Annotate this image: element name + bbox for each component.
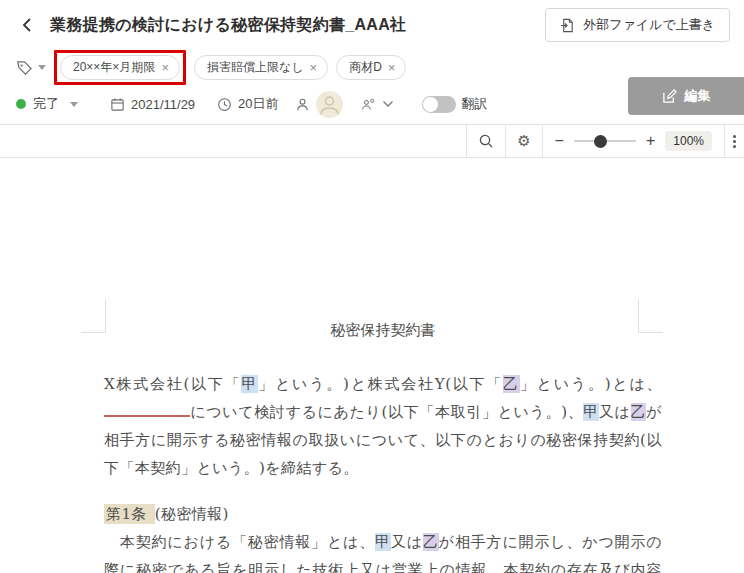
- zoom-level-badge: 100%: [665, 131, 712, 151]
- tag-expiry[interactable]: 20××年×月期限 ×: [60, 55, 180, 80]
- chevron-down-icon: [382, 100, 394, 108]
- paragraph-article-1-heading: 第1条(秘密情報): [104, 500, 662, 528]
- date-field[interactable]: 2021/11/29: [110, 97, 195, 112]
- search-button[interactable]: [467, 125, 505, 157]
- top-chrome: 業務提携の検討における秘密保持契約書_AAA社 外部ファイルで上書き 20××年…: [0, 0, 744, 158]
- members-dropdown[interactable]: [361, 97, 394, 112]
- tag-liability[interactable]: 損害賠償上限なし ×: [194, 55, 328, 80]
- avatar-person-icon: [316, 91, 343, 118]
- viewer-toolbar: ⚙ − + 100%: [0, 124, 744, 158]
- clock-icon: [217, 97, 232, 112]
- status-dot: [16, 99, 26, 109]
- back-icon[interactable]: [16, 13, 40, 37]
- text-segment: 本契約における「秘密情報」とは、: [104, 533, 375, 551]
- paragraph-article-1-body: 本契約における「秘密情報」とは、甲又は乙が相手方に開示し、かつ開示の際に秘密であ…: [104, 528, 662, 573]
- text-segment: X株式会社(以下「: [104, 375, 241, 393]
- text-segment: 」という。)と株式会社Y(以下「: [258, 375, 503, 393]
- tag-label: 損害賠償上限なし: [207, 59, 304, 76]
- highlighted-term: 乙: [503, 375, 520, 393]
- tag-product[interactable]: 商材D ×: [336, 55, 406, 80]
- calendar-icon: [110, 97, 125, 112]
- edit-button[interactable]: 編集: [628, 77, 744, 115]
- document-viewer: 秘密保持契約書 X株式会社(以下「甲」という。)と株式会社Y(以下「乙」という。…: [0, 206, 744, 573]
- document-body: 秘密保持契約書 X株式会社(以下「甲」という。)と株式会社Y(以下「乙」という。…: [0, 206, 744, 573]
- zoom-out-button[interactable]: −: [555, 133, 564, 149]
- settings-button[interactable]: ⚙: [506, 125, 541, 157]
- translate-toggle[interactable]: [422, 96, 456, 113]
- status-label: 完了: [33, 95, 59, 113]
- tag-icon: [16, 59, 33, 76]
- chevron-down-icon: [70, 102, 78, 107]
- users-icon: [361, 97, 376, 112]
- zoom-in-button[interactable]: +: [646, 133, 655, 149]
- zoom-slider-knob[interactable]: [594, 135, 607, 148]
- edit-pencil-icon: [662, 89, 677, 104]
- highlighted-term: 第1条: [104, 504, 155, 524]
- header-bar: 業務提携の検討における秘密保持契約書_AAA社 外部ファイルで上書き: [0, 0, 744, 50]
- text-segment: について検討するにあたり(以下「本取引」という。)、: [190, 403, 583, 421]
- text-segment: 又は: [599, 403, 631, 421]
- highlighted-term: 甲: [241, 375, 258, 393]
- highlighted-term: 乙: [631, 403, 647, 421]
- date-value: 2021/11/29: [131, 97, 195, 112]
- page-margin-mark-right: [638, 300, 663, 333]
- translate-label: 翻訳: [462, 95, 488, 113]
- status-dropdown[interactable]: 完了: [16, 95, 78, 113]
- chevron-down-icon: [38, 65, 46, 70]
- person-icon: [295, 97, 310, 112]
- page-margin-mark-left: [81, 300, 106, 333]
- search-icon: [478, 133, 494, 149]
- highlighted-term: 乙: [423, 533, 439, 551]
- more-options-icon[interactable]: [725, 125, 744, 157]
- annotation-highlight-box: 20××年×月期限 ×: [54, 50, 186, 85]
- overwrite-file-button-label: 外部ファイルで上書き: [583, 16, 715, 34]
- highlighted-term: 甲: [375, 533, 391, 551]
- avatar[interactable]: [316, 91, 343, 118]
- document-page: 秘密保持契約書 X株式会社(以下「甲」という。)と株式会社Y(以下「乙」という。…: [0, 206, 744, 573]
- document-heading: 秘密保持契約書: [104, 316, 662, 344]
- tag-label: 20××年×月期限: [73, 59, 155, 76]
- text-segment: (秘密情報): [155, 505, 229, 523]
- remove-tag-icon[interactable]: ×: [310, 61, 318, 74]
- page-title: 業務提携の検討における秘密保持契約書_AAA社: [50, 15, 406, 36]
- zoom-slider[interactable]: [574, 140, 636, 142]
- remove-tag-icon[interactable]: ×: [388, 61, 396, 74]
- overwrite-file-button[interactable]: 外部ファイルで上書き: [545, 8, 730, 42]
- paragraph-preamble: X株式会社(以下「甲」という。)と株式会社Y(以下「乙」という。)とは、について…: [104, 370, 662, 482]
- time-ago: 20日前: [217, 95, 278, 113]
- text-segment: 又は: [391, 533, 423, 551]
- tag-menu[interactable]: [16, 59, 46, 76]
- tag-label: 商材D: [349, 59, 382, 76]
- time-ago-value: 20日前: [238, 95, 278, 113]
- file-import-icon: [560, 18, 575, 33]
- translate-control: 翻訳: [422, 95, 488, 113]
- edit-button-label: 編集: [685, 87, 711, 105]
- remove-tag-icon[interactable]: ×: [161, 61, 169, 74]
- zoom-controls: − + 100%: [543, 125, 724, 157]
- highlighted-term: 甲: [583, 403, 599, 421]
- toggle-knob: [423, 97, 438, 112]
- text-segment: 」という。)とは、: [520, 375, 662, 393]
- gear-icon: ⚙: [517, 132, 530, 150]
- owner-field[interactable]: [295, 91, 343, 118]
- highlighted-term: [104, 402, 190, 417]
